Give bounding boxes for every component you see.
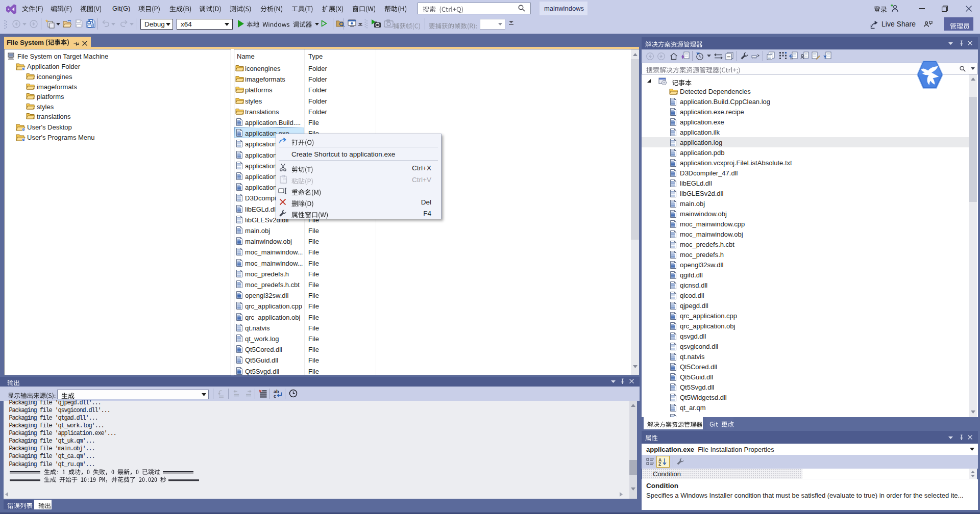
svg-text:Z: Z [658, 461, 661, 466]
svg-text:c: c [274, 394, 276, 399]
